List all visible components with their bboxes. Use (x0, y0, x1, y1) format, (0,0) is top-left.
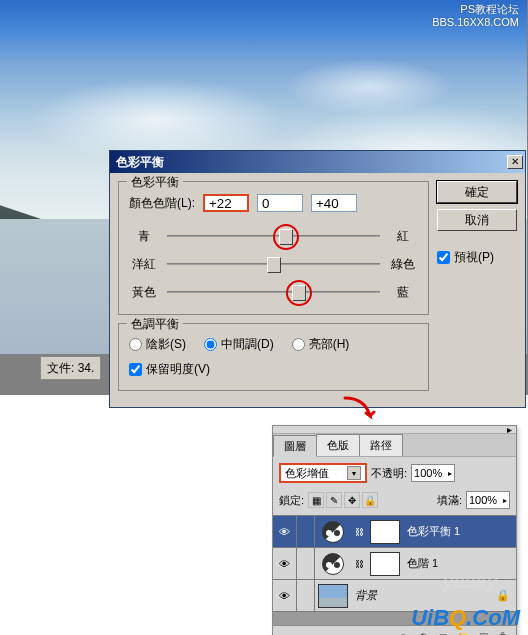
slider-track[interactable] (167, 235, 380, 237)
adjustment-thumb[interactable] (322, 521, 344, 543)
level-input-cyan-red[interactable] (203, 194, 249, 212)
visibility-toggle[interactable]: 👁 (273, 580, 297, 611)
blend-mode-select[interactable]: 色彩增值 ▾ (279, 463, 367, 483)
panel-tabs: 圖層 色版 路徑 (273, 434, 516, 456)
mask-thumb[interactable] (370, 552, 400, 576)
slider-track[interactable] (167, 263, 380, 265)
chevron-down-icon: ▾ (347, 466, 361, 480)
radio-highlights[interactable]: 亮部(H) (292, 336, 350, 353)
chevron-right-icon: ▸ (448, 469, 452, 478)
level-input-yellow-blue[interactable] (311, 194, 357, 212)
group-legend: 色彩平衡 (127, 174, 183, 191)
layer-item[interactable]: 👁 ⛓ 色彩平衡 1 (273, 515, 516, 547)
tone-balance-group: 色調平衡 陰影(S) 中間調(D) 亮部(H) 保留明度(V) (118, 323, 429, 391)
layer-thumb[interactable] (318, 584, 348, 608)
slider-thumb[interactable] (292, 285, 306, 301)
panel-menu-icon[interactable]: ▸ (507, 424, 512, 435)
lock-transparency-icon[interactable]: ▦ (308, 492, 324, 508)
lock-icon: 🔒 (496, 589, 516, 602)
layer-name[interactable]: 色階 1 (403, 556, 516, 571)
slider-label-left: 洋紅 (129, 256, 159, 273)
chevron-right-icon: ▸ (503, 496, 507, 505)
group-legend-2: 色調平衡 (127, 316, 183, 333)
watermark-yesky: yesky (442, 570, 498, 593)
visibility-toggle[interactable]: 👁 (273, 516, 297, 547)
watermark-uibq: UiBQ.CoM (411, 605, 520, 631)
slider-track[interactable] (167, 291, 380, 293)
color-levels-row: 顏色色階(L): (129, 190, 418, 222)
color-balance-group: 色彩平衡 顏色色階(L): 青 紅 洋紅 綠色 黃色 藍 (118, 181, 429, 315)
level-input-magenta-green[interactable] (257, 194, 303, 212)
tab-channels[interactable]: 色版 (316, 434, 360, 456)
opacity-label: 不透明: (371, 466, 407, 481)
slider-row: 青 紅 (129, 222, 418, 250)
mask-thumb[interactable] (370, 520, 400, 544)
visibility-toggle[interactable]: 👁 (273, 548, 297, 579)
levels-label: 顏色色階(L): (129, 195, 195, 212)
slider-row: 黃色 藍 (129, 278, 418, 306)
lock-position-icon[interactable]: ✥ (344, 492, 360, 508)
slider-label-right: 綠色 (388, 256, 418, 273)
mask-link-icon[interactable]: ⛓ (354, 552, 364, 576)
radio-midtones[interactable]: 中間調(D) (204, 336, 274, 353)
link-layers-icon[interactable]: ⬭ (394, 629, 412, 636)
tab-paths[interactable]: 路徑 (359, 434, 403, 456)
panel-grip[interactable]: ▸ (273, 426, 516, 434)
mask-link-icon[interactable]: ⛓ (354, 520, 364, 544)
opacity-input[interactable]: 100%▸ (411, 464, 455, 482)
slider-label-left: 青 (129, 228, 159, 245)
color-balance-dialog: 色彩平衡 ✕ 色彩平衡 顏色色階(L): 青 紅 洋紅 綠色 黃 (109, 150, 526, 408)
dialog-title: 色彩平衡 (116, 154, 164, 171)
lock-all-icon[interactable]: 🔒 (362, 492, 378, 508)
slider-label-left: 黃色 (129, 284, 159, 301)
slider-row: 洋紅 綠色 (129, 250, 418, 278)
status-bar: 文件: 34. (40, 356, 101, 380)
cancel-button[interactable]: 取消 (437, 209, 517, 231)
adjustment-thumb[interactable] (322, 553, 344, 575)
layers-panel: ▸ 圖層 色版 路徑 色彩增值 ▾ 不透明: 100%▸ 鎖定: ▦ ✎ ✥ 🔒… (272, 425, 517, 635)
lock-pixels-icon[interactable]: ✎ (326, 492, 342, 508)
dialog-titlebar[interactable]: 色彩平衡 ✕ (110, 151, 525, 173)
checkbox-preserve-luminosity[interactable]: 保留明度(V) (129, 357, 418, 382)
fill-label: 填滿: (437, 493, 462, 508)
slider-thumb[interactable] (267, 257, 281, 273)
tab-layers[interactable]: 圖層 (273, 435, 317, 457)
slider-thumb[interactable] (279, 229, 293, 245)
link-col[interactable] (297, 548, 315, 579)
link-col[interactable] (297, 516, 315, 547)
lock-label: 鎖定: (279, 493, 304, 508)
fill-input[interactable]: 100%▸ (466, 491, 510, 509)
arrow-annotation (340, 396, 380, 426)
link-col[interactable] (297, 580, 315, 611)
radio-shadows[interactable]: 陰影(S) (129, 336, 186, 353)
slider-label-right: 藍 (388, 284, 418, 301)
ok-button[interactable]: 確定 (437, 181, 517, 203)
layer-name[interactable]: 色彩平衡 1 (403, 524, 516, 539)
slider-label-right: 紅 (388, 228, 418, 245)
close-button[interactable]: ✕ (507, 155, 523, 169)
checkbox-preview[interactable]: 預視(P) (437, 245, 517, 270)
watermark-top: PS教程论坛 BBS.16XX8.COM (432, 3, 519, 29)
